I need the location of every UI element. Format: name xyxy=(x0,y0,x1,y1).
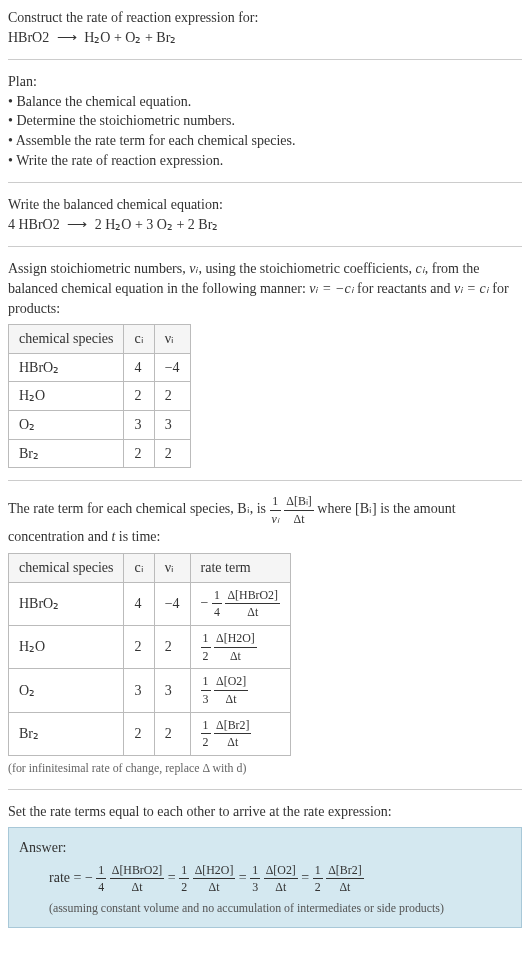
frac-den: Δt xyxy=(214,734,251,751)
frac-num: Δ[Bᵢ] xyxy=(284,493,314,511)
sign: − xyxy=(85,870,93,885)
delta-frac: Δ[H2O]Δt xyxy=(214,630,257,664)
frac-num: Δ[H2O] xyxy=(214,630,257,648)
balanced-arrow: ⟶ xyxy=(67,217,87,232)
frac-den: 2 xyxy=(201,734,211,751)
rateterm-frac1: 1νᵢ xyxy=(270,493,281,527)
plan: Plan: Balance the chemical equation. Det… xyxy=(8,72,522,170)
c-cell: 4 xyxy=(124,353,154,382)
rate-cell: − 14 Δ[HBrO2]Δt xyxy=(190,582,290,625)
frac-den: 3 xyxy=(201,691,211,708)
table-row: O₂ 3 3 13 Δ[O2]Δt xyxy=(9,669,291,712)
species-cell: H₂O xyxy=(9,625,124,668)
rate-term: 12 Δ[H2O]Δt xyxy=(179,870,239,885)
assign-c-i: cᵢ xyxy=(416,261,425,276)
rate-term-text: The rate term for each chemical species,… xyxy=(8,493,522,547)
rate-term: 13 Δ[O2]Δt xyxy=(250,870,301,885)
frac-den: Δt xyxy=(225,604,280,621)
c-cell: 2 xyxy=(124,625,154,668)
table-row: HBrO₂ 4 −4 − 14 Δ[HBrO2]Δt xyxy=(9,582,291,625)
frac-den: 3 xyxy=(250,879,260,896)
plan-title: Plan: xyxy=(8,72,522,92)
table-row: H₂O 2 2 xyxy=(9,382,191,411)
final-section: Set the rate terms equal to each other t… xyxy=(8,802,522,928)
nu-cell: 2 xyxy=(154,625,190,668)
divider xyxy=(8,59,522,60)
frac-den: 2 xyxy=(179,879,189,896)
frac-num: 1 xyxy=(313,862,323,880)
c-cell: 3 xyxy=(124,669,154,712)
plan-list: Balance the chemical equation. Determine… xyxy=(8,92,522,170)
rate-term-section: The rate term for each chemical species,… xyxy=(8,493,522,776)
coef-frac: 14 xyxy=(96,862,106,896)
frac-num: 1 xyxy=(201,630,211,648)
rate-label: rate = xyxy=(49,870,85,885)
frac-den: 2 xyxy=(313,879,323,896)
nu-cell: −4 xyxy=(154,582,190,625)
species-cell: O₂ xyxy=(9,410,124,439)
equals: = xyxy=(301,870,312,885)
equals: = xyxy=(168,870,179,885)
frac-den: 4 xyxy=(212,604,222,621)
plan-item: Assemble the rate term for each chemical… xyxy=(8,131,522,151)
plan-item: Balance the chemical equation. xyxy=(8,92,522,112)
balanced-title: Write the balanced chemical equation: xyxy=(8,195,522,215)
frac-den: Δt xyxy=(214,691,248,708)
frac-num: 1 xyxy=(250,862,260,880)
frac-num: 1 xyxy=(270,493,281,511)
nu-cell: 2 xyxy=(154,712,190,755)
table-header: cᵢ xyxy=(124,325,154,354)
species-cell: Br₂ xyxy=(9,439,124,468)
coef-frac: 12 xyxy=(313,862,323,896)
frac-den: Δt xyxy=(214,648,257,665)
nu-cell: 3 xyxy=(154,410,190,439)
rateterm-pre: The rate term for each chemical species, xyxy=(8,501,237,516)
frac-num: 1 xyxy=(96,862,106,880)
divider xyxy=(8,789,522,790)
assign-text-mid1: , using the stoichiometric coefficients, xyxy=(198,261,415,276)
frac-num: Δ[O2] xyxy=(264,862,298,880)
assign-rel1: νᵢ = −cᵢ xyxy=(309,281,353,296)
table-row: H₂O 2 2 12 Δ[H2O]Δt xyxy=(9,625,291,668)
coef-frac: 13 xyxy=(250,862,260,896)
final-title: Set the rate terms equal to each other t… xyxy=(8,802,522,822)
balanced-equation: 4 HBrO2 ⟶ 2 H₂O + 3 O₂ + 2 Br₂ xyxy=(8,215,522,235)
c-cell: 2 xyxy=(124,382,154,411)
species-cell: Br₂ xyxy=(9,712,124,755)
species-cell: O₂ xyxy=(9,669,124,712)
table-header: chemical species xyxy=(9,325,124,354)
delta-frac: Δ[H2O]Δt xyxy=(193,862,236,896)
intro: Construct the rate of reaction expressio… xyxy=(8,8,522,47)
frac-den: Δt xyxy=(264,879,298,896)
frac-num: 1 xyxy=(201,673,211,691)
intro-equation: HBrO2 ⟶ H₂O + O₂ + Br₂ xyxy=(8,28,522,48)
answer-note: (assuming constant volume and no accumul… xyxy=(49,900,511,917)
frac-num: 1 xyxy=(212,587,222,605)
divider xyxy=(8,182,522,183)
table-row: HBrO₂ 4 −4 xyxy=(9,353,191,382)
frac-den: Δt xyxy=(193,879,236,896)
frac-num: Δ[HBrO2] xyxy=(225,587,280,605)
coef-frac: 12 xyxy=(201,630,211,664)
table-header: νᵢ xyxy=(154,325,190,354)
frac-den: νᵢ xyxy=(270,511,281,528)
rate-term-note: (for infinitesimal rate of change, repla… xyxy=(8,760,522,777)
assign-section: Assign stoichiometric numbers, νᵢ, using… xyxy=(8,259,522,468)
stoich-table-1: chemical species cᵢ νᵢ HBrO₂ 4 −4 H₂O 2 … xyxy=(8,324,191,468)
rate-term: − 14 Δ[HBrO2]Δt xyxy=(85,870,168,885)
delta-frac: Δ[O2]Δt xyxy=(264,862,298,896)
divider xyxy=(8,480,522,481)
c-cell: 4 xyxy=(124,582,154,625)
species-cell: HBrO₂ xyxy=(9,353,124,382)
delta-frac: Δ[HBrO2]Δt xyxy=(225,587,280,621)
nu-cell: 3 xyxy=(154,669,190,712)
nu-cell: −4 xyxy=(154,353,190,382)
answer-label: Answer: xyxy=(19,838,511,858)
intro-rhs: H₂O + O₂ + Br₂ xyxy=(84,30,176,45)
assign-rel1-after: for reactants and xyxy=(354,281,454,296)
frac-num: Δ[Br2] xyxy=(326,862,363,880)
frac-num: 1 xyxy=(179,862,189,880)
frac-num: 1 xyxy=(201,717,211,735)
rateterm-bi: Bᵢ xyxy=(237,501,249,516)
table-header: rate term xyxy=(190,554,290,583)
